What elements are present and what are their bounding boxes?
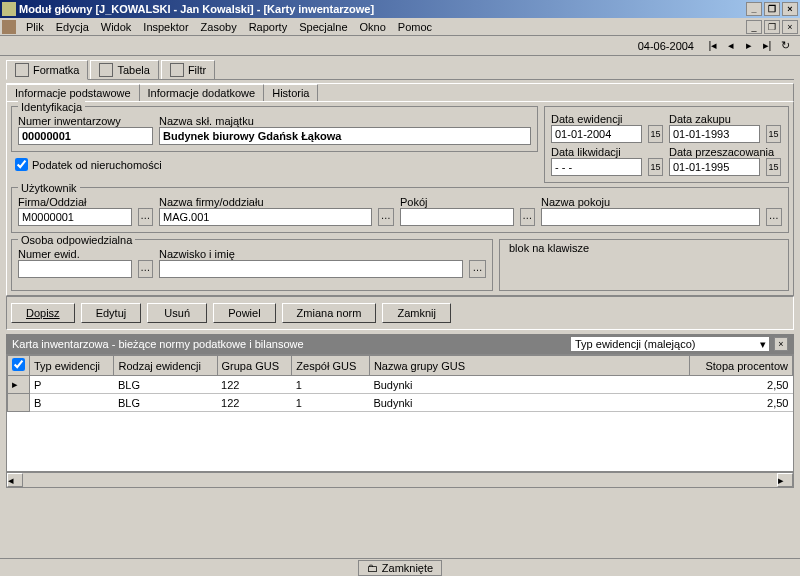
- horizontal-scrollbar[interactable]: ◂ ▸: [6, 472, 794, 488]
- menu-edycja[interactable]: Edycja: [50, 21, 95, 33]
- minimize-button[interactable]: _: [746, 2, 762, 16]
- zamknij-button[interactable]: Zamknij: [382, 303, 451, 323]
- powiel-button[interactable]: Powiel: [213, 303, 275, 323]
- nazwa-input[interactable]: [159, 127, 531, 145]
- scroll-right-icon[interactable]: ▸: [777, 473, 793, 487]
- mdi-close-button[interactable]: ×: [782, 20, 798, 34]
- tab-info-podstawowe[interactable]: Informacje podstawowe: [7, 84, 140, 101]
- menu-zasoby[interactable]: Zasoby: [195, 21, 243, 33]
- col-grupa[interactable]: Grupa GUS: [217, 356, 292, 376]
- edytuj-button[interactable]: Edytuj: [81, 303, 142, 323]
- podatek-label: Podatek od nieruchomości: [32, 159, 162, 171]
- firma-label: Firma/Oddział: [18, 196, 153, 208]
- titlebar: Moduł główny [J_KOWALSKI - Jan Kowalski]…: [0, 0, 800, 18]
- data-likwidacji-label: Data likwidacji: [551, 146, 663, 158]
- dopisz-button[interactable]: Dopisz: [11, 303, 75, 323]
- form-icon: [15, 63, 29, 77]
- col-zespol[interactable]: Zespół GUS: [292, 356, 370, 376]
- lookup-button[interactable]: …: [469, 260, 486, 278]
- data-przeszacowania-input[interactable]: [669, 158, 760, 176]
- tab-info-dodatkowe[interactable]: Informacje dodatkowe: [140, 84, 265, 101]
- view-tabs: Formatka Tabela Filtr: [6, 60, 794, 80]
- osoba-group: Osoba odpowiedzialna Numer ewid. … Nazwi…: [11, 239, 493, 291]
- zmiana-norm-button[interactable]: Zmiana norm: [282, 303, 377, 323]
- pokoj-input[interactable]: [400, 208, 514, 226]
- col-stopa[interactable]: Stopa procentow: [689, 356, 792, 376]
- data-grid[interactable]: Typ ewidencji Rodzaj ewidencji Grupa GUS…: [6, 354, 794, 472]
- menu-icon: [2, 20, 16, 34]
- podatek-checkbox[interactable]: [15, 158, 28, 171]
- data-likwidacji-input[interactable]: [551, 158, 642, 176]
- usun-button[interactable]: Usuń: [147, 303, 207, 323]
- close-button-mdi[interactable]: ×: [782, 2, 798, 16]
- lookup-button[interactable]: …: [378, 208, 394, 226]
- nazwa-firmy-label: Nazwa firmy/oddziału: [159, 196, 394, 208]
- menu-plik[interactable]: Plik: [20, 21, 50, 33]
- app-icon: [2, 2, 16, 16]
- mdi-minimize-button[interactable]: _: [746, 20, 762, 34]
- lookup-button[interactable]: …: [138, 208, 153, 226]
- mdi-restore-button[interactable]: ❐: [764, 20, 780, 34]
- statusbar: 🗀 Zamknięte: [0, 558, 800, 576]
- action-buttons: Dopisz Edytuj Usuń Powiel Zmiana norm Za…: [6, 296, 794, 330]
- firma-input[interactable]: [18, 208, 132, 226]
- nav-first-icon[interactable]: |◂: [705, 39, 721, 53]
- tab-historia[interactable]: Historia: [264, 84, 318, 101]
- lookup-button[interactable]: …: [138, 260, 153, 278]
- grid-close-button[interactable]: ×: [774, 337, 788, 351]
- calendar-icon[interactable]: 15: [648, 125, 663, 143]
- table-row[interactable]: B BLG 122 1 Budynki 2,50: [8, 394, 793, 412]
- current-date: 04-06-2004: [638, 40, 694, 52]
- nazwa-firmy-input[interactable]: [159, 208, 372, 226]
- nazwa-pokoju-input[interactable]: [541, 208, 760, 226]
- osoba-legend: Osoba odpowiedzialna: [18, 234, 135, 246]
- status-icon: 🗀: [367, 562, 378, 574]
- grid-header: Karta inwentarzowa - bieżące normy podat…: [6, 334, 794, 354]
- identyfikacja-group: Identyfikacja Numer inwentarzowy Nazwa s…: [11, 106, 538, 152]
- menubar: Plik Edycja Widok Inspektor Zasoby Rapor…: [0, 18, 800, 36]
- nav-refresh-icon[interactable]: ↻: [777, 39, 793, 53]
- blok-label: blok na klawisze: [506, 242, 592, 254]
- col-rodzaj[interactable]: Rodzaj ewidencji: [114, 356, 217, 376]
- filter-icon: [170, 63, 184, 77]
- menu-inspektor[interactable]: Inspektor: [137, 21, 194, 33]
- col-nazwa[interactable]: Nazwa grupy GUS: [369, 356, 689, 376]
- lookup-button[interactable]: …: [766, 208, 782, 226]
- nazwisko-input[interactable]: [159, 260, 463, 278]
- nav-last-icon[interactable]: ▸|: [759, 39, 775, 53]
- menu-widok[interactable]: Widok: [95, 21, 138, 33]
- calendar-icon[interactable]: 15: [766, 125, 781, 143]
- row-selector-header[interactable]: [8, 356, 30, 376]
- data-zakupu-label: Data zakupu: [669, 113, 781, 125]
- menu-okno[interactable]: Okno: [354, 21, 392, 33]
- grid-header-row: Typ ewidencji Rodzaj ewidencji Grupa GUS…: [8, 356, 793, 376]
- window-title: Moduł główny [J_KOWALSKI - Jan Kowalski]…: [19, 3, 374, 15]
- lookup-button[interactable]: …: [520, 208, 535, 226]
- scroll-left-icon[interactable]: ◂: [7, 473, 23, 487]
- tab-filtr[interactable]: Filtr: [161, 60, 215, 79]
- table-row[interactable]: ▸ P BLG 122 1 Budynki 2,50: [8, 376, 793, 394]
- data-ewidencji-input[interactable]: [551, 125, 642, 143]
- calendar-icon[interactable]: 15: [766, 158, 781, 176]
- data-ewidencji-label: Data ewidencji: [551, 113, 663, 125]
- restore-button[interactable]: ❐: [764, 2, 780, 16]
- numer-ewid-input[interactable]: [18, 260, 132, 278]
- numer-ewid-label: Numer ewid.: [18, 248, 153, 260]
- col-typ[interactable]: Typ ewidencji: [30, 356, 114, 376]
- menu-pomoc[interactable]: Pomoc: [392, 21, 438, 33]
- nav-next-icon[interactable]: ▸: [741, 39, 757, 53]
- nav-prev-icon[interactable]: ◂: [723, 39, 739, 53]
- tab-tabela[interactable]: Tabela: [90, 60, 158, 79]
- data-zakupu-input[interactable]: [669, 125, 760, 143]
- tab-formatka[interactable]: Formatka: [6, 60, 88, 80]
- numer-input[interactable]: [18, 127, 153, 145]
- info-tabs: Informacje podstawowe Informacje dodatko…: [6, 83, 794, 101]
- identyfikacja-legend: Identyfikacja: [18, 101, 85, 113]
- menu-specjalne[interactable]: Specjalne: [293, 21, 353, 33]
- sort-dropdown[interactable]: Typ ewidencji (malejąco): [570, 336, 770, 352]
- menu-raporty[interactable]: Raporty: [243, 21, 294, 33]
- pokoj-label: Pokój: [400, 196, 535, 208]
- blok-group: blok na klawisze: [499, 239, 789, 291]
- calendar-icon[interactable]: 15: [648, 158, 663, 176]
- uzytkownik-group: Użytkownik Firma/Oddział … Nazwa firmy/o…: [11, 187, 789, 233]
